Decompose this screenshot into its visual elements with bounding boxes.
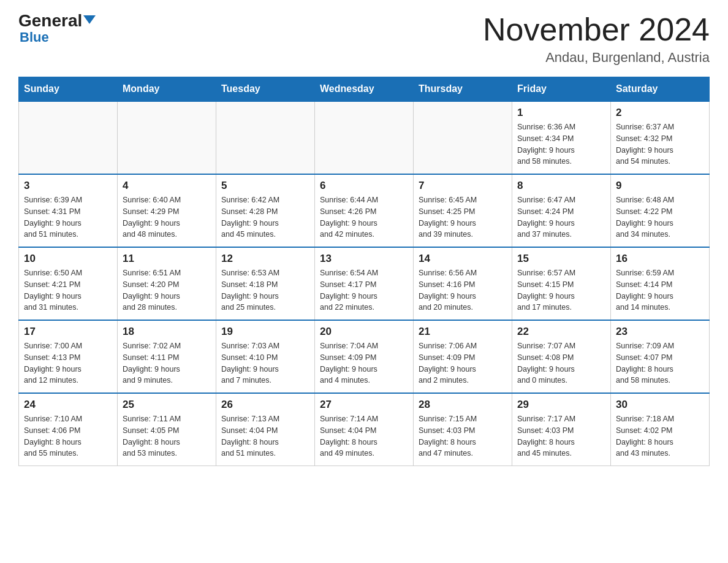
- day-number: 23: [616, 326, 704, 338]
- day-number: 16: [616, 253, 704, 265]
- calendar-day-19: 19Sunrise: 7:03 AM Sunset: 4:10 PM Dayli…: [216, 320, 315, 393]
- calendar-week-row: 3Sunrise: 6:39 AM Sunset: 4:31 PM Daylig…: [19, 174, 710, 247]
- calendar-day-29: 29Sunrise: 7:17 AM Sunset: 4:03 PM Dayli…: [512, 393, 611, 466]
- calendar-day-26: 26Sunrise: 7:13 AM Sunset: 4:04 PM Dayli…: [216, 393, 315, 466]
- day-number: 21: [419, 326, 507, 338]
- calendar-day-12: 12Sunrise: 6:53 AM Sunset: 4:18 PM Dayli…: [216, 247, 315, 320]
- day-info: Sunrise: 7:17 AM Sunset: 4:03 PM Dayligh…: [517, 413, 605, 459]
- calendar-empty-cell: [118, 101, 216, 174]
- calendar-title: November 2024: [483, 12, 710, 47]
- day-number: 3: [24, 180, 112, 192]
- day-number: 5: [221, 180, 309, 192]
- logo-general: General: [18, 11, 82, 30]
- day-number: 26: [221, 399, 309, 411]
- calendar-day-13: 13Sunrise: 6:54 AM Sunset: 4:17 PM Dayli…: [315, 247, 414, 320]
- day-info: Sunrise: 6:48 AM Sunset: 4:22 PM Dayligh…: [616, 194, 704, 240]
- day-info: Sunrise: 6:45 AM Sunset: 4:25 PM Dayligh…: [419, 194, 507, 240]
- day-number: 17: [24, 326, 112, 338]
- logo-blue: Blue: [20, 29, 49, 45]
- day-info: Sunrise: 6:40 AM Sunset: 4:29 PM Dayligh…: [123, 194, 211, 240]
- day-info: Sunrise: 6:47 AM Sunset: 4:24 PM Dayligh…: [517, 194, 605, 240]
- weekday-header-row: SundayMondayTuesdayWednesdayThursdayFrid…: [19, 77, 710, 102]
- day-info: Sunrise: 6:54 AM Sunset: 4:17 PM Dayligh…: [320, 267, 408, 313]
- day-number: 19: [221, 326, 309, 338]
- calendar-table: SundayMondayTuesdayWednesdayThursdayFrid…: [18, 77, 710, 466]
- calendar-empty-cell: [216, 101, 315, 174]
- day-info: Sunrise: 7:15 AM Sunset: 4:03 PM Dayligh…: [419, 413, 507, 459]
- day-number: 30: [616, 399, 704, 411]
- day-info: Sunrise: 6:57 AM Sunset: 4:15 PM Dayligh…: [517, 267, 605, 313]
- calendar-day-30: 30Sunrise: 7:18 AM Sunset: 4:02 PM Dayli…: [611, 393, 710, 466]
- day-number: 12: [221, 253, 309, 265]
- calendar-day-11: 11Sunrise: 6:51 AM Sunset: 4:20 PM Dayli…: [118, 247, 216, 320]
- calendar-week-row: 24Sunrise: 7:10 AM Sunset: 4:06 PM Dayli…: [19, 393, 710, 466]
- calendar-week-row: 1Sunrise: 6:36 AM Sunset: 4:34 PM Daylig…: [19, 101, 710, 174]
- day-number: 6: [320, 180, 408, 192]
- day-info: Sunrise: 7:10 AM Sunset: 4:06 PM Dayligh…: [24, 413, 112, 459]
- weekday-header-friday: Friday: [512, 77, 611, 102]
- day-number: 25: [123, 399, 211, 411]
- day-info: Sunrise: 6:36 AM Sunset: 4:34 PM Dayligh…: [517, 121, 605, 167]
- calendar-empty-cell: [414, 101, 512, 174]
- calendar-day-23: 23Sunrise: 7:09 AM Sunset: 4:07 PM Dayli…: [611, 320, 710, 393]
- day-info: Sunrise: 6:42 AM Sunset: 4:28 PM Dayligh…: [221, 194, 309, 240]
- calendar-day-16: 16Sunrise: 6:59 AM Sunset: 4:14 PM Dayli…: [611, 247, 710, 320]
- logo-line1: General: [18, 12, 96, 29]
- calendar-day-28: 28Sunrise: 7:15 AM Sunset: 4:03 PM Dayli…: [414, 393, 512, 466]
- weekday-header-sunday: Sunday: [19, 77, 118, 102]
- day-number: 1: [517, 107, 605, 119]
- day-info: Sunrise: 6:59 AM Sunset: 4:14 PM Dayligh…: [616, 267, 704, 313]
- calendar-day-24: 24Sunrise: 7:10 AM Sunset: 4:06 PM Dayli…: [19, 393, 118, 466]
- day-info: Sunrise: 6:37 AM Sunset: 4:32 PM Dayligh…: [616, 121, 704, 167]
- day-info: Sunrise: 6:56 AM Sunset: 4:16 PM Dayligh…: [419, 267, 507, 313]
- weekday-header-tuesday: Tuesday: [216, 77, 315, 102]
- day-info: Sunrise: 6:50 AM Sunset: 4:21 PM Dayligh…: [24, 267, 112, 313]
- weekday-header-saturday: Saturday: [611, 77, 710, 102]
- day-number: 15: [517, 253, 605, 265]
- day-info: Sunrise: 6:51 AM Sunset: 4:20 PM Dayligh…: [123, 267, 211, 313]
- calendar-day-3: 3Sunrise: 6:39 AM Sunset: 4:31 PM Daylig…: [19, 174, 118, 247]
- calendar-subtitle: Andau, Burgenland, Austria: [483, 50, 710, 66]
- day-info: Sunrise: 7:07 AM Sunset: 4:08 PM Dayligh…: [517, 340, 605, 386]
- day-info: Sunrise: 7:00 AM Sunset: 4:13 PM Dayligh…: [24, 340, 112, 386]
- calendar-day-7: 7Sunrise: 6:45 AM Sunset: 4:25 PM Daylig…: [414, 174, 512, 247]
- calendar-day-17: 17Sunrise: 7:00 AM Sunset: 4:13 PM Dayli…: [19, 320, 118, 393]
- day-info: Sunrise: 6:39 AM Sunset: 4:31 PM Dayligh…: [24, 194, 112, 240]
- day-number: 10: [24, 253, 112, 265]
- calendar-day-22: 22Sunrise: 7:07 AM Sunset: 4:08 PM Dayli…: [512, 320, 611, 393]
- calendar-day-2: 2Sunrise: 6:37 AM Sunset: 4:32 PM Daylig…: [611, 101, 710, 174]
- header-area: General Blue November 2024 Andau, Burgen…: [18, 12, 710, 66]
- day-info: Sunrise: 7:04 AM Sunset: 4:09 PM Dayligh…: [320, 340, 408, 386]
- calendar-day-9: 9Sunrise: 6:48 AM Sunset: 4:22 PM Daylig…: [611, 174, 710, 247]
- logo-area: General Blue: [18, 12, 96, 45]
- calendar-empty-cell: [315, 101, 414, 174]
- calendar-day-27: 27Sunrise: 7:14 AM Sunset: 4:04 PM Dayli…: [315, 393, 414, 466]
- day-info: Sunrise: 7:11 AM Sunset: 4:05 PM Dayligh…: [123, 413, 211, 459]
- calendar-day-4: 4Sunrise: 6:40 AM Sunset: 4:29 PM Daylig…: [118, 174, 216, 247]
- calendar-day-5: 5Sunrise: 6:42 AM Sunset: 4:28 PM Daylig…: [216, 174, 315, 247]
- calendar-day-21: 21Sunrise: 7:06 AM Sunset: 4:09 PM Dayli…: [414, 320, 512, 393]
- day-number: 2: [616, 107, 704, 119]
- calendar-day-14: 14Sunrise: 6:56 AM Sunset: 4:16 PM Dayli…: [414, 247, 512, 320]
- day-number: 4: [123, 180, 211, 192]
- day-number: 18: [123, 326, 211, 338]
- calendar-week-row: 17Sunrise: 7:00 AM Sunset: 4:13 PM Dayli…: [19, 320, 710, 393]
- logo-triangle-icon: [83, 15, 96, 24]
- day-info: Sunrise: 6:53 AM Sunset: 4:18 PM Dayligh…: [221, 267, 309, 313]
- calendar-day-8: 8Sunrise: 6:47 AM Sunset: 4:24 PM Daylig…: [512, 174, 611, 247]
- calendar-day-1: 1Sunrise: 6:36 AM Sunset: 4:34 PM Daylig…: [512, 101, 611, 174]
- day-number: 8: [517, 180, 605, 192]
- day-info: Sunrise: 7:18 AM Sunset: 4:02 PM Dayligh…: [616, 413, 704, 459]
- day-number: 24: [24, 399, 112, 411]
- weekday-header-wednesday: Wednesday: [315, 77, 414, 102]
- title-area: November 2024 Andau, Burgenland, Austria: [483, 12, 710, 66]
- calendar-day-20: 20Sunrise: 7:04 AM Sunset: 4:09 PM Dayli…: [315, 320, 414, 393]
- day-info: Sunrise: 7:03 AM Sunset: 4:10 PM Dayligh…: [221, 340, 309, 386]
- day-number: 29: [517, 399, 605, 411]
- day-number: 11: [123, 253, 211, 265]
- day-number: 7: [419, 180, 507, 192]
- day-number: 9: [616, 180, 704, 192]
- calendar-day-6: 6Sunrise: 6:44 AM Sunset: 4:26 PM Daylig…: [315, 174, 414, 247]
- day-info: Sunrise: 6:44 AM Sunset: 4:26 PM Dayligh…: [320, 194, 408, 240]
- day-info: Sunrise: 7:13 AM Sunset: 4:04 PM Dayligh…: [221, 413, 309, 459]
